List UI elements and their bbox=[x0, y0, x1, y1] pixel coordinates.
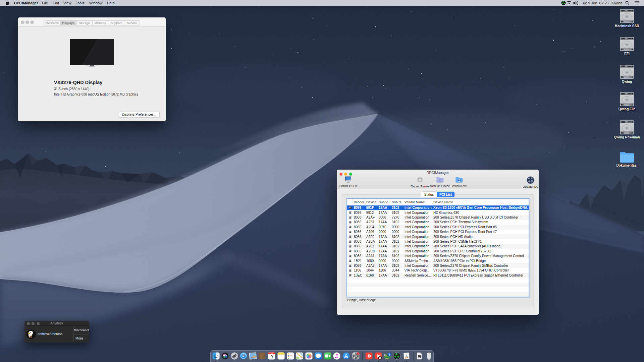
svg-text:JUN: JUN bbox=[271, 353, 273, 354]
svg-text:9: 9 bbox=[271, 355, 273, 359]
svg-text:1: 1 bbox=[358, 353, 359, 355]
